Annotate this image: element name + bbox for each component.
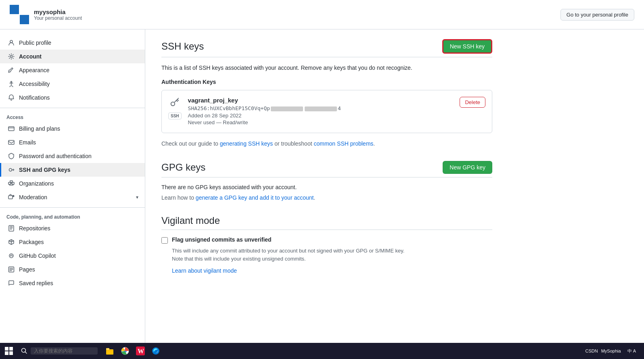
svg-rect-3 xyxy=(8,127,14,131)
sidebar-item-billing[interactable]: Billing and plans xyxy=(0,122,145,136)
sidebar-item-account[interactable]: Account xyxy=(0,50,145,63)
taskbar-search-btn[interactable] xyxy=(17,344,102,357)
sidebar-item-organizations[interactable]: Organizations xyxy=(0,177,145,190)
bell-icon xyxy=(8,94,15,101)
svg-point-13 xyxy=(10,256,11,257)
code-section-label: Code, planning, and automation xyxy=(0,211,145,221)
sidebar-label-copilot: GitHub Copilot xyxy=(19,253,138,259)
vigilant-title: Vigilant mode xyxy=(161,215,220,226)
sidebar-label-emails: Emails xyxy=(19,139,138,146)
sidebar-label-moderation: Moderation xyxy=(19,194,132,200)
learn-vigilant-mode-link[interactable]: Learn about vigilant mode xyxy=(172,267,237,274)
vigilant-checkbox[interactable] xyxy=(161,237,168,244)
new-gpg-key-button[interactable]: New GPG key xyxy=(443,161,492,174)
sidebar-label-saved-replies: Saved replies xyxy=(19,280,138,286)
svg-text:W: W xyxy=(138,348,144,355)
ssh-section-title: SSH keys xyxy=(161,41,204,52)
taskbar-w[interactable]: W xyxy=(133,344,148,357)
gear-icon xyxy=(8,53,15,60)
vigilant-checkbox-label[interactable]: Flag unsigned commits as unverified xyxy=(172,236,272,243)
auth-keys-heading: Authentication Keys xyxy=(161,79,492,85)
sidebar-label-public-profile: Public profile xyxy=(19,40,138,46)
taskbar-start[interactable] xyxy=(2,344,16,357)
sidebar-label-notifications: Notifications xyxy=(19,94,138,101)
sidebar-label-appearance: Appearance xyxy=(19,67,138,73)
gpg-section-header: GPG keys New GPG key xyxy=(161,161,492,174)
sidebar-item-appearance[interactable]: Appearance xyxy=(0,63,145,77)
generate-gpg-key-link[interactable]: generate a GPG key and add it to your ac… xyxy=(196,194,314,201)
sidebar-divider-1 xyxy=(0,108,145,108)
header-user-info: myysophia Your personal account xyxy=(34,8,82,21)
gpg-learn-text: Learn how to generate a GPG key and add … xyxy=(161,194,492,202)
generating-ssh-keys-link[interactable]: generating SSH keys xyxy=(220,140,273,147)
taskbar-right: CSDN MySophia 中 A xyxy=(585,348,643,354)
ssh-section: SSH keys New SSH key This is a list of S… xyxy=(161,39,492,148)
vigilant-desc-2: Note that this will include your existin… xyxy=(172,255,492,263)
sidebar-label-packages: Packages xyxy=(19,239,138,245)
sidebar-item-moderation[interactable]: Moderation ▾ xyxy=(0,190,145,204)
key-sha: SHA256:hUXCvBbhEP15C0Vq+Qp4 xyxy=(188,105,454,111)
svg-point-2 xyxy=(11,81,12,83)
organizations-icon xyxy=(8,180,15,187)
sidebar-item-notifications[interactable]: Notifications xyxy=(0,91,145,104)
taskbar-edge[interactable] xyxy=(148,344,163,357)
svg-point-14 xyxy=(12,256,13,257)
sidebar: Public profile Account Appearance Access… xyxy=(0,29,145,359)
search-icon xyxy=(19,346,29,356)
windows-icon xyxy=(4,346,14,356)
new-ssh-key-button[interactable]: New SSH key xyxy=(442,39,492,54)
ssh-divider xyxy=(161,57,492,57)
sidebar-item-packages[interactable]: Packages xyxy=(0,235,145,249)
sidebar-item-public-profile[interactable]: Public profile xyxy=(0,36,145,50)
sidebar-item-saved-replies[interactable]: Saved replies xyxy=(0,276,145,290)
vigilant-section-header: Vigilant mode xyxy=(161,215,492,226)
sidebar-label-accessibility: Accessibility xyxy=(19,81,138,87)
svg-point-24 xyxy=(152,347,159,355)
key-icon-wrap: SSH xyxy=(168,97,182,119)
taskbar-clock: 中 A xyxy=(624,348,639,354)
repo-icon xyxy=(8,225,15,232)
sidebar-item-pages[interactable]: Pages xyxy=(0,263,145,276)
ssh-description: This is a list of SSH keys associated wi… xyxy=(161,64,492,72)
sidebar-label-pages: Pages xyxy=(19,266,138,273)
gpg-section-title: GPG keys xyxy=(161,162,205,173)
sidebar-label-billing: Billing and plans xyxy=(19,125,138,132)
sidebar-label-organizations: Organizations xyxy=(19,180,138,187)
taskbar-file-explorer[interactable] xyxy=(102,344,117,357)
svg-point-12 xyxy=(9,254,13,258)
vigilant-divider xyxy=(161,230,492,230)
taskbar-search-input[interactable] xyxy=(31,347,98,355)
taskbar-chrome[interactable] xyxy=(118,344,132,357)
sidebar-item-password-auth[interactable]: Password and authentication xyxy=(0,149,145,163)
sidebar-item-accessibility[interactable]: Accessibility xyxy=(0,77,145,91)
ssh-key-card: SSH vagrant_proj_key SHA256:hUXCvBbhEP15… xyxy=(161,90,492,133)
sidebar-divider-2 xyxy=(0,207,145,208)
key-name: vagrant_proj_key xyxy=(188,97,454,104)
edge-icon xyxy=(151,346,161,356)
vigilant-section: Vigilant mode Flag unsigned commits as u… xyxy=(161,215,492,274)
svg-point-1 xyxy=(10,56,13,58)
copilot-icon xyxy=(8,252,15,259)
credit-card-icon xyxy=(8,125,15,132)
svg-rect-9 xyxy=(8,196,13,199)
delete-key-button[interactable]: Delete xyxy=(460,97,485,108)
sidebar-label-repositories: Repositories xyxy=(19,225,138,232)
avatar xyxy=(10,5,29,24)
svg-rect-19 xyxy=(106,348,109,350)
personal-profile-button[interactable]: Go to your personal profile xyxy=(560,9,634,21)
sidebar-item-ssh-gpg[interactable]: SSH and GPG keys xyxy=(0,163,145,177)
person-icon xyxy=(8,39,15,46)
svg-rect-4 xyxy=(8,140,14,144)
key-added: Added on 28 Sep 2022 xyxy=(188,113,454,119)
main-content: SSH keys New SSH key This is a list of S… xyxy=(145,29,508,359)
common-ssh-problems-link[interactable]: common SSH problems xyxy=(314,140,373,147)
svg-point-10 xyxy=(13,195,15,197)
header-left: myysophia Your personal account xyxy=(10,5,82,24)
sidebar-item-copilot[interactable]: GitHub Copilot xyxy=(0,249,145,263)
sidebar-item-repositories[interactable]: Repositories xyxy=(0,221,145,235)
sidebar-item-emails[interactable]: Emails xyxy=(0,136,145,149)
chevron-down-icon: ▾ xyxy=(136,194,138,200)
mail-icon xyxy=(8,139,15,146)
ssh-guide-text: Check out our guide to generating SSH ke… xyxy=(161,140,492,148)
layout: Public profile Account Appearance Access… xyxy=(0,29,644,359)
